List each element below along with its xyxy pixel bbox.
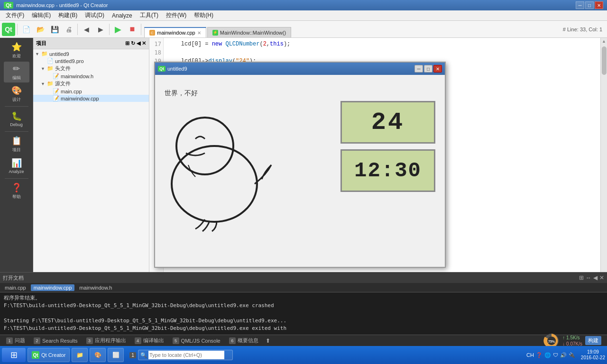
sidebar-item-edit[interactable]: ✏ 编辑 xyxy=(4,62,29,82)
docs-file-mainwindow-cpp[interactable]: mainwindow.cpp xyxy=(31,284,75,291)
design-label: 设计 xyxy=(12,97,21,103)
toolbar-build[interactable]: ▶ xyxy=(111,23,125,36)
sidebar-item-design[interactable]: 🎨 设计 xyxy=(4,83,29,104)
menu-help[interactable]: 帮助(H) xyxy=(190,10,217,20)
sidebar-item-welcome[interactable]: ⭐ 欢迎 xyxy=(4,40,29,61)
close-button[interactable]: ✕ xyxy=(595,1,603,9)
docs-ctrl-2[interactable]: ↔ xyxy=(586,274,591,281)
debug-icon: 🐛 xyxy=(11,111,22,121)
help-tray-icon[interactable]: ❓ xyxy=(536,352,543,358)
toolbar-forward[interactable]: ▶ xyxy=(94,23,107,36)
tree-item-pro[interactable]: 📄 untitled9.pro xyxy=(33,57,149,64)
title-bar-controls: ─ □ ✕ xyxy=(576,1,603,9)
tree-arrow: ▼ xyxy=(35,52,40,56)
clock[interactable]: 19:09 2016-02-22 xyxy=(581,349,605,361)
tree-item-headers[interactable]: ▼ 📁 头文件 xyxy=(33,64,149,73)
sidebar-divider-3 xyxy=(5,178,28,179)
bottom-section: 打开文档 ⊞ ↔ ◀ ✕ main.cpp mainwindow.cpp mai… xyxy=(0,272,607,346)
menu-controls[interactable]: 控件(W) xyxy=(162,10,190,20)
toolbar-back[interactable]: ◀ xyxy=(80,23,93,36)
bottom-tab-qml-console[interactable]: 5 QML/JS Console xyxy=(168,336,225,346)
bottom-tab-issues[interactable]: 1 问题 xyxy=(2,336,29,346)
qt-logo: Qt xyxy=(2,23,15,36)
welcome-icon: ⭐ xyxy=(11,42,22,52)
file-tab-close-1[interactable]: ✕ xyxy=(197,30,201,36)
toolbar-open[interactable]: 📂 xyxy=(34,23,47,36)
popup-minimize-btn[interactable]: ─ xyxy=(414,65,423,73)
bottom-tab-overview[interactable]: 6 概要信息 xyxy=(225,336,263,346)
toolbar-print[interactable]: 🖨 xyxy=(62,23,75,36)
popup-maximize-btn[interactable]: □ xyxy=(424,65,432,73)
taskbar: ⊞ Qt Qt Creator 📁 🎨 ⬜ 1 🔍 CH ❓ 🌐 🛡 🔊 🔌 1… xyxy=(0,346,607,364)
popup-close-btn[interactable]: ✕ xyxy=(433,65,442,73)
debug-label: Debug xyxy=(10,122,23,127)
docs-ctrl-1[interactable]: ⊞ xyxy=(579,274,584,281)
build-button[interactable]: 构建 xyxy=(585,336,601,345)
sidebar-divider-1 xyxy=(5,106,28,107)
tab-label-compile: 编译输出 xyxy=(143,337,164,344)
taskbar-item-label: Qt Creator xyxy=(41,352,65,358)
maximize-button[interactable]: □ xyxy=(585,1,594,9)
taskbar-item-window[interactable]: ⬜ xyxy=(108,348,124,362)
tree-item-main-cpp[interactable]: 📝 main.cpp xyxy=(33,88,149,95)
tab-label-overview: 概要信息 xyxy=(238,337,258,344)
toolbar-stop[interactable]: ■ xyxy=(126,23,139,36)
title-bar: Qt mainwindow.cpp - untitled9 - Qt Creat… xyxy=(0,0,607,10)
taskbar-item-qt-creator[interactable]: Qt Qt Creator xyxy=(28,348,70,362)
folder-icon: 📁 xyxy=(47,65,54,72)
qt-icon: Qt xyxy=(32,351,39,359)
popup-greeting-label: 世界，不好 xyxy=(165,89,198,98)
bottom-tab-search-results[interactable]: 2 Search Results xyxy=(29,336,82,346)
taskbar-item-paint[interactable]: 🎨 xyxy=(90,348,106,362)
menu-tools[interactable]: 工具(T) xyxy=(136,10,162,20)
toolbar-save[interactable]: 💾 xyxy=(48,23,61,36)
bottom-tab-app-output[interactable]: 3 应用程序输出 xyxy=(82,336,130,346)
menu-build[interactable]: 构建(B) xyxy=(55,10,81,20)
battery-icon: 🔌 xyxy=(569,352,575,358)
taskbar-search-bar[interactable]: 🔍 xyxy=(138,350,233,360)
sidebar-item-help[interactable]: ❓ 帮助 xyxy=(4,181,29,201)
menu-edit[interactable]: 编辑(E) xyxy=(28,10,55,20)
popup-icon: Qt xyxy=(158,66,166,72)
clock-date: 2016-02-22 xyxy=(581,355,605,361)
search-input[interactable] xyxy=(148,351,224,359)
project-collapse-btn[interactable]: ◀ xyxy=(137,40,140,46)
project-header-controls: ⊞ ↻ ◀ ✕ xyxy=(125,40,146,46)
bottom-tab-compile-output[interactable]: 4 编译输出 xyxy=(130,336,168,346)
scroll-up-arrow[interactable]: ▲ xyxy=(601,38,607,45)
sidebar-divider-2 xyxy=(5,131,28,132)
scroll-thumb[interactable] xyxy=(602,46,607,75)
tree-item-untitled9[interactable]: ▼ 📁 untitled9 xyxy=(33,50,149,57)
menu-file[interactable]: 文件(F) xyxy=(2,10,28,20)
tree-item-mainwindow-cpp[interactable]: 📝 mainwindow.cpp xyxy=(33,95,149,102)
docs-file-main-cpp[interactable]: main.cpp xyxy=(2,284,29,291)
toolbar-new[interactable]: 📄 xyxy=(19,23,33,36)
docs-ctrl-4[interactable]: ✕ xyxy=(599,274,604,281)
tree-item-mainwindow-h[interactable]: 📝 mainwindow.h xyxy=(33,73,149,80)
file-tab-mainwindow-cpp[interactable]: C mainwindow.cpp ✕ xyxy=(144,27,206,37)
tab-num-1: 1 xyxy=(6,337,13,344)
project-label: 项目 xyxy=(12,147,21,153)
bottom-tab-expand[interactable]: ⬆ xyxy=(264,337,272,344)
nav-icon: ⚡ xyxy=(212,30,218,36)
sidebar-item-analyze[interactable]: 📊 Analyze xyxy=(4,155,29,176)
open-docs-label: 打开文档 xyxy=(3,274,24,282)
menu-debug[interactable]: 调试(D) xyxy=(81,10,108,20)
project-filter-btn[interactable]: ⊞ xyxy=(125,40,129,46)
taskbar-item-explorer[interactable]: 📁 xyxy=(72,348,88,362)
project-close-btn[interactable]: ✕ xyxy=(142,40,146,46)
start-button[interactable]: ⊞ xyxy=(2,348,26,362)
sidebar-item-debug[interactable]: 🐛 Debug xyxy=(4,109,29,129)
project-sync-btn[interactable]: ↻ xyxy=(131,40,135,46)
file-tab-mainwindow-nav[interactable]: ⚡ MainWindow::MainWindow() xyxy=(207,27,291,37)
tree-item-sources[interactable]: ▼ 📁 源文件 xyxy=(33,80,149,88)
sidebar-item-project[interactable]: 📋 项目 xyxy=(4,134,29,155)
menu-analyze[interactable]: Analyze xyxy=(108,11,136,20)
tree-label: untitled9.pro xyxy=(55,58,84,64)
file-icon: 📝 xyxy=(53,73,59,79)
docs-file-mainwindow-h[interactable]: mainwindow.h xyxy=(76,284,115,291)
tree-label: main.cpp xyxy=(61,89,82,94)
minimize-button[interactable]: ─ xyxy=(576,1,584,9)
toolbar-sep-2 xyxy=(77,24,78,35)
docs-ctrl-3[interactable]: ◀ xyxy=(593,274,598,281)
